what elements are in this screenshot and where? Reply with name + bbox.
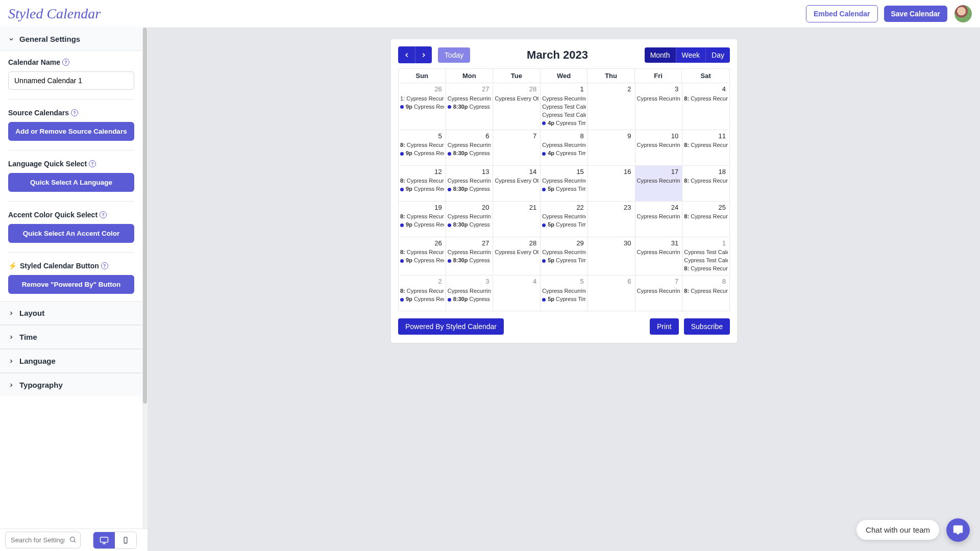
calendar-event[interactable]: 9p Cypress Recu: [400, 103, 444, 111]
calendar-event[interactable]: Cypress Recurring I: [542, 95, 586, 103]
day-cell[interactable]: 31Cypress Recurring: [635, 237, 683, 276]
day-cell[interactable]: 30: [588, 237, 635, 276]
day-cell[interactable]: 128: Cypress Recurring9p Cypress Recu: [399, 166, 446, 202]
calendar-event[interactable]: Cypress Recurring I: [542, 287, 586, 295]
day-cell[interactable]: 198: Cypress Recurring9p Cypress Recu: [399, 202, 446, 237]
calendar-event[interactable]: Cypress Recurring: [637, 287, 681, 295]
day-cell[interactable]: 4: [493, 276, 541, 311]
calendar-event[interactable]: Cypress Test Calen: [684, 257, 728, 265]
calendar-event[interactable]: 8: Cypress Recurring: [400, 248, 444, 257]
calendar-event[interactable]: 8:30p Cypress S: [448, 185, 492, 193]
next-month-button[interactable]: [415, 46, 432, 63]
chat-button[interactable]: [946, 518, 970, 542]
calendar-event[interactable]: 8: Cypress Recurring: [400, 141, 444, 149]
day-cell[interactable]: 13Cypress Recurring8:30p Cypress S: [446, 166, 494, 202]
day-cell[interactable]: 7Cypress Recurring: [635, 276, 683, 311]
help-icon[interactable]: ?: [100, 211, 107, 218]
day-cell[interactable]: 1Cypress Recurring ICypress Test CalenCy…: [541, 83, 588, 130]
day-cell[interactable]: 58: Cypress Recurring9p Cypress Recu: [399, 130, 446, 166]
calendar-event[interactable]: 8:30p Cypress S: [448, 257, 492, 265]
day-cell[interactable]: 261: Cypress Recurring9p Cypress Recu: [399, 83, 446, 130]
day-cell[interactable]: 188: Cypress Recurrin: [682, 166, 730, 202]
calendar-event[interactable]: 8: Cypress Recurrin: [684, 265, 728, 273]
calendar-event[interactable]: 8: Cypress Recurrin: [684, 213, 728, 221]
day-cell[interactable]: 15Cypress Recurring I5p Cypress Time: [541, 166, 588, 202]
calendar-event[interactable]: Cypress Recurring: [448, 213, 492, 221]
day-cell[interactable]: 22Cypress Recurring I5p Cypress Time: [541, 202, 588, 237]
day-cell[interactable]: 48: Cypress Recurrin: [682, 83, 730, 130]
calendar-event[interactable]: Cypress Every Othe: [495, 248, 538, 257]
calendar-event[interactable]: Cypress Test Calen: [684, 248, 728, 257]
calendar-event[interactable]: 9p Cypress Recu: [400, 185, 444, 193]
calendar-event[interactable]: Cypress Test Calen: [542, 103, 586, 111]
day-cell[interactable]: 2: [588, 83, 635, 130]
print-button[interactable]: Print: [650, 318, 679, 335]
section-typography[interactable]: Typography: [0, 373, 142, 396]
calendar-event[interactable]: Cypress Recurring: [448, 177, 492, 185]
calendar-event[interactable]: 4p Cypress Time: [542, 119, 586, 128]
day-cell[interactable]: 9: [588, 130, 635, 166]
calendar-event[interactable]: 9p Cypress Recu: [400, 149, 444, 158]
day-cell[interactable]: 28Cypress Every Othe: [493, 237, 541, 276]
desktop-view-button[interactable]: [93, 532, 115, 548]
section-time[interactable]: Time: [0, 325, 142, 349]
embed-calendar-button[interactable]: Embed Calendar: [806, 5, 877, 22]
day-cell[interactable]: 28: Cypress Recurring9p Cypress Recu: [399, 276, 446, 311]
quick-select-language-button[interactable]: Quick Select A Language: [8, 173, 134, 192]
help-icon[interactable]: ?: [71, 109, 78, 116]
section-general-settings[interactable]: General Settings: [0, 28, 142, 51]
view-day-button[interactable]: Day: [705, 47, 730, 63]
calendar-event[interactable]: 8: Cypress Recurrin: [684, 141, 728, 149]
view-month-button[interactable]: Month: [645, 47, 676, 63]
help-icon[interactable]: ?: [62, 59, 69, 66]
calendar-event[interactable]: 5p Cypress Time: [542, 257, 586, 265]
calendar-event[interactable]: 8:30p Cypress S: [448, 103, 492, 111]
day-cell[interactable]: 3Cypress Recurring: [635, 83, 683, 130]
day-cell[interactable]: 8Cypress Recurring I4p Cypress Time: [541, 130, 588, 166]
calendar-event[interactable]: 5p Cypress Time: [542, 185, 586, 193]
calendar-event[interactable]: 8:30p Cypress S: [448, 149, 492, 158]
calendar-event[interactable]: 1: Cypress Recurring: [400, 95, 444, 103]
calendar-event[interactable]: Cypress Recurring: [637, 95, 681, 103]
powered-by-button[interactable]: Powered By Styled Calendar: [398, 318, 504, 335]
calendar-event[interactable]: 9p Cypress Recu: [400, 295, 444, 304]
calendar-event[interactable]: Cypress Recurring: [637, 141, 681, 149]
calendar-event[interactable]: 8: Cypress Recurrin: [684, 177, 728, 185]
calendar-event[interactable]: Cypress Recurring: [448, 287, 492, 295]
day-cell[interactable]: 10Cypress Recurring: [635, 130, 683, 166]
day-cell[interactable]: 23: [588, 202, 635, 237]
remove-powered-by-button[interactable]: Remove "Powered By" Button: [8, 275, 134, 294]
calendar-event[interactable]: 5p Cypress Time: [542, 295, 586, 304]
calendar-event[interactable]: Cypress Recurring I: [542, 177, 586, 185]
day-cell[interactable]: 16: [588, 166, 635, 202]
day-cell[interactable]: 258: Cypress Recurrin: [682, 202, 730, 237]
calendar-event[interactable]: 8: Cypress Recurring: [400, 177, 444, 185]
calendar-event[interactable]: Cypress Recurring: [637, 248, 681, 257]
day-cell[interactable]: 1Cypress Test CalenCypress Test Calen8: …: [682, 237, 730, 276]
day-cell[interactable]: 3Cypress Recurring8:30p Cypress S: [446, 276, 494, 311]
calendar-event[interactable]: 8: Cypress Recurrin: [684, 95, 728, 103]
calendar-event[interactable]: Cypress Every Othe: [495, 177, 538, 185]
day-cell[interactable]: 21: [493, 202, 541, 237]
calendar-event[interactable]: 8: Cypress Recurring: [400, 213, 444, 221]
day-cell[interactable]: 7: [493, 130, 541, 166]
prev-month-button[interactable]: [398, 46, 415, 63]
section-layout[interactable]: Layout: [0, 301, 142, 325]
day-cell[interactable]: 17Cypress Recurring: [635, 166, 683, 202]
section-language[interactable]: Language: [0, 349, 142, 373]
calendar-event[interactable]: 4p Cypress Time: [542, 149, 586, 158]
sidebar-scrollbar[interactable]: [142, 28, 148, 529]
add-remove-source-button[interactable]: Add or Remove Source Calendars: [8, 122, 134, 141]
day-cell[interactable]: 6: [588, 276, 635, 311]
calendar-event[interactable]: Cypress Recurring: [637, 177, 681, 185]
calendar-event[interactable]: 8: Cypress Recurrin: [684, 287, 728, 295]
subscribe-button[interactable]: Subscribe: [684, 318, 730, 335]
day-cell[interactable]: 20Cypress Recurring8:30p Cypress S: [446, 202, 494, 237]
calendar-event[interactable]: Cypress Recurring: [448, 248, 492, 257]
day-cell[interactable]: 28Cypress Every Othe: [493, 83, 541, 130]
help-icon[interactable]: ?: [101, 262, 108, 269]
calendar-event[interactable]: 8: Cypress Recurring: [400, 287, 444, 295]
calendar-event[interactable]: Cypress Recurring I: [542, 213, 586, 221]
day-cell[interactable]: 268: Cypress Recurring9p Cypress Recu: [399, 237, 446, 276]
calendar-name-input[interactable]: [8, 71, 134, 90]
